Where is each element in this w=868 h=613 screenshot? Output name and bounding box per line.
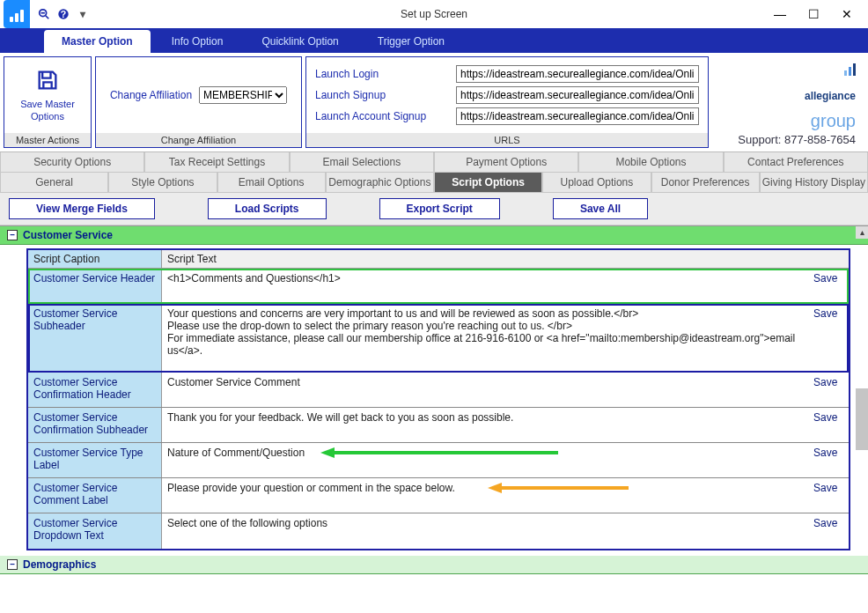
table-row[interactable]: Customer Service Header <h1>Comments and… [28,269,849,304]
save-master-label[interactable]: Save Master Options [13,99,82,122]
tab-quicklink-option[interactable]: Quicklink Option [244,30,356,53]
save-link[interactable]: Save [808,513,849,549]
content-area[interactable]: – Customer Service Script Caption Script… [0,225,868,613]
script-text[interactable]: Your questions and concerns are very imp… [162,304,808,372]
zoom-out-icon[interactable] [35,5,53,23]
secondary-tabs-row2: General Style Options Email Options Demo… [0,173,868,193]
launch-signup-input[interactable] [456,86,699,104]
svg-marker-6 [320,447,335,458]
group-caption-change-affiliation: Change Affiliation [96,133,301,147]
save-link[interactable]: Save [808,443,849,477]
save-link[interactable]: Save [808,269,849,303]
tab-info-option[interactable]: Info Option [154,30,241,53]
title-bar: ? ▾ Set up Screen — ☐ ✕ [0,0,868,28]
svg-marker-8 [488,483,502,493]
stab-giving-history[interactable]: Giving History Display [760,173,868,193]
minimize-button[interactable]: — [771,7,789,21]
save-icon[interactable] [35,68,60,95]
stab-general[interactable]: General [0,173,108,193]
script-caption: Customer Service Subheader [28,304,162,372]
window-buttons: — ☐ ✕ [771,7,864,21]
stab-email-selections[interactable]: Email Selections [290,152,434,173]
stab-security-options[interactable]: Security Options [0,152,144,173]
export-script-button[interactable]: Export Script [379,198,500,219]
stab-donor-preferences[interactable]: Donor Preferences [651,173,760,193]
save-link[interactable]: Save [808,408,849,442]
stab-script-options[interactable]: Script Options [434,173,542,193]
script-text[interactable]: Select one of the following options [162,513,808,549]
table-row[interactable]: Customer Service Comment Label Please pr… [28,478,849,513]
launch-acct-signup-label: Launch Account Signup [315,110,447,122]
script-caption: Customer Service Dropdown Text [28,513,162,549]
maximize-button[interactable]: ☐ [805,7,822,21]
script-text[interactable]: Please provide your question or comment … [162,478,808,513]
stab-email-options[interactable]: Email Options [217,173,326,193]
affiliation-select[interactable]: MEMBERSHIP [199,86,287,104]
ribbon: Save Master Options Master Actions Chang… [0,53,868,152]
group-master-actions: Save Master Options Master Actions [4,56,92,148]
group-caption-urls: URLS [306,133,708,147]
stab-tax-receipt[interactable]: Tax Receipt Settings [144,152,289,173]
collapse-toggle-icon[interactable]: – [7,230,18,240]
stab-payment-options[interactable]: Payment Options [434,152,578,173]
stab-style-options[interactable]: Style Options [108,173,217,193]
section-title: Demographics [23,558,96,571]
tab-trigger-option[interactable]: Trigger Option [360,30,462,53]
svg-line-1 [46,16,49,19]
scroll-up-icon[interactable]: ▴ [856,226,868,239]
stab-mobile-options[interactable]: Mobile Options [578,152,723,173]
launch-signup-label: Launch Signup [315,89,447,101]
stab-upload-options[interactable]: Upload Options [542,173,651,193]
save-all-button[interactable]: Save All [553,198,648,219]
stab-contact-preferences[interactable]: Contact Preferences [724,152,868,173]
script-text[interactable]: Customer Service Comment [162,373,808,407]
window-title: Set up Screen [401,8,467,20]
help-icon[interactable]: ? [55,5,72,23]
script-caption: Customer Service Confirmation Subheader [28,408,162,442]
secondary-tabs-row1: Security Options Tax Receipt Settings Em… [0,152,868,173]
stab-demographic-options[interactable]: Demographic Options [326,173,434,193]
script-text[interactable]: Thank you for your feedback. We will get… [162,408,808,442]
tab-master-option[interactable]: Master Option [44,30,151,53]
col-script-text: Script Text [162,250,808,268]
script-grid: Script Caption Script Text Customer Serv… [26,248,850,550]
brand-logo: allegiance group [721,78,856,133]
script-caption: Customer Service Comment Label [28,478,162,513]
table-row[interactable]: Customer Service Type Label Nature of Co… [28,443,849,478]
col-script-caption: Script Caption [28,250,162,268]
table-row[interactable]: Customer Service Confirmation Header Cus… [28,373,849,408]
save-link[interactable]: Save [808,478,849,513]
save-link[interactable]: Save [808,304,849,372]
view-merge-fields-button[interactable]: View Merge Fields [9,198,155,219]
table-row[interactable]: Customer Service Dropdown Text Select on… [28,513,849,549]
dropdown-icon[interactable]: ▾ [74,5,92,23]
table-row[interactable]: Customer Service Subheader Your question… [28,304,849,373]
app-icon [4,0,30,28]
section-customer-service[interactable]: – Customer Service [0,226,868,245]
script-caption: Customer Service Type Label [28,443,162,477]
script-caption: Customer Service Header [28,269,162,303]
section-demographics[interactable]: – Demographics [0,556,868,574]
svg-text:?: ? [61,9,66,19]
group-urls: Launch Login Launch Signup Launch Accoun… [305,56,709,148]
launch-acct-signup-input[interactable] [456,107,699,125]
orange-arrow-icon [488,482,629,494]
section-title: Customer Service [23,229,113,241]
action-row: View Merge Fields Load Scripts Export Sc… [0,193,868,225]
script-text[interactable]: <h1>Comments and Questions</h1> [162,269,808,303]
support-phone: Support: 877-858-7654 [721,133,856,146]
change-affiliation-label: Change Affiliation [110,89,192,101]
collapse-toggle-icon[interactable]: – [7,559,18,570]
save-link[interactable]: Save [808,373,849,407]
launch-login-label: Launch Login [315,68,447,80]
scroll-thumb[interactable] [856,388,868,450]
load-scripts-button[interactable]: Load Scripts [208,198,327,219]
launch-login-input[interactable] [456,65,699,83]
script-text[interactable]: Nature of Comment/Question [162,443,808,477]
table-row[interactable]: Customer Service Confirmation Subheader … [28,408,849,443]
vertical-scrollbar[interactable]: ▴ [856,226,868,613]
close-button[interactable]: ✕ [838,7,856,21]
brand-area: allegiance group Support: 877-858-7654 [712,56,864,148]
grid-header: Script Caption Script Text [28,250,849,269]
script-caption: Customer Service Confirmation Header [28,373,162,407]
